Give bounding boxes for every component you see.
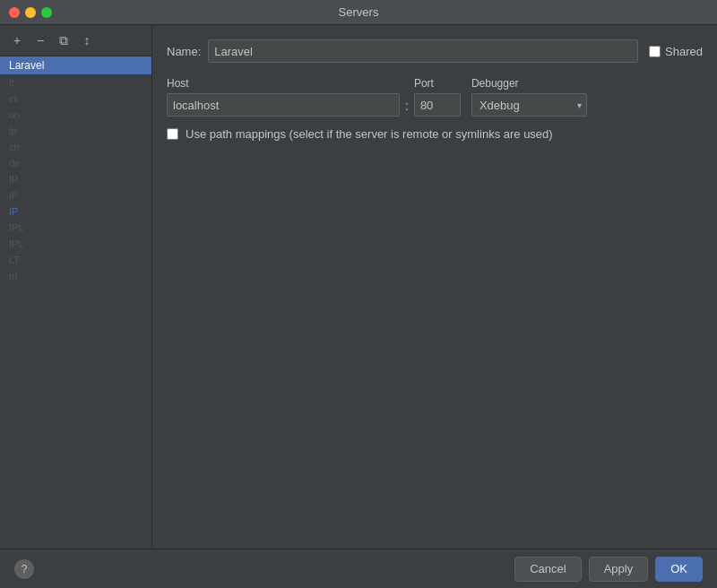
list-item[interactable]: IP (0, 171, 151, 187)
sidebar-toolbar: + − ⧉ ↕ (0, 25, 151, 56)
sidebar: + − ⧉ ↕ Laravel lt ck un lp ch de IP IP … (0, 25, 152, 549)
window-title: Servers (339, 5, 379, 19)
path-mappings-row: Use path mappings (select if the server … (167, 127, 703, 141)
footer: ? Cancel Apply OK (0, 549, 717, 588)
list-item[interactable]: lt (0, 74, 151, 91)
window-controls[interactable] (9, 7, 52, 18)
name-row: Name: Shared (167, 39, 703, 63)
title-bar: Servers (0, 0, 717, 25)
add-server-button[interactable]: + (7, 30, 27, 50)
host-group: Host (167, 77, 400, 117)
shared-label: Shared (665, 45, 703, 58)
colon-separator: : (400, 99, 414, 113)
remove-server-button[interactable]: − (30, 30, 50, 50)
list-item[interactable]: un (0, 107, 151, 123)
name-input[interactable] (208, 39, 638, 63)
debugger-group: Debugger Xdebug Zend Debugger ▾ (471, 77, 587, 117)
list-item[interactable]: IPL (0, 220, 151, 236)
list-item[interactable]: de (0, 155, 151, 171)
list-item[interactable]: IPL (0, 236, 151, 252)
list-item[interactable]: m (0, 268, 151, 284)
list-item[interactable]: LT (0, 252, 151, 268)
list-item[interactable]: IP (0, 203, 151, 220)
minimize-button[interactable] (25, 7, 36, 18)
list-item[interactable]: ch (0, 139, 151, 155)
list-item[interactable]: lp (0, 123, 151, 139)
list-item[interactable]: ck (0, 91, 151, 107)
path-mappings-label: Use path mappings (select if the server … (186, 127, 553, 141)
server-fields-row: Host : Port Debugger Xdebug Zend Debugge… (167, 77, 703, 117)
content-area: Name: Shared Host : Port Debugger (152, 25, 717, 549)
maximize-button[interactable] (41, 7, 52, 18)
shared-row: Shared (649, 45, 703, 58)
shared-checkbox[interactable] (649, 46, 661, 57)
port-label: Port (414, 77, 461, 90)
debugger-label: Debugger (471, 77, 587, 90)
close-button[interactable] (9, 7, 20, 18)
port-input[interactable] (414, 93, 461, 117)
host-input[interactable] (167, 93, 400, 117)
debugger-select-wrapper: Xdebug Zend Debugger ▾ (471, 93, 587, 117)
debugger-select[interactable]: Xdebug Zend Debugger (471, 93, 587, 117)
cancel-button[interactable]: Cancel (514, 557, 581, 582)
host-label: Host (167, 77, 400, 90)
apply-button[interactable]: Apply (589, 557, 649, 582)
port-group: Port (414, 77, 461, 117)
server-list: Laravel lt ck un lp ch de IP IP IP IPL I… (0, 56, 151, 549)
ok-button[interactable]: OK (655, 557, 703, 582)
path-mappings-checkbox[interactable] (167, 128, 178, 140)
name-label: Name: (167, 45, 201, 58)
move-server-button[interactable]: ↕ (77, 30, 97, 50)
copy-server-button[interactable]: ⧉ (54, 30, 73, 50)
main-container: + − ⧉ ↕ Laravel lt ck un lp ch de IP IP … (0, 25, 717, 549)
sidebar-item-laravel[interactable]: Laravel (0, 56, 151, 74)
help-button[interactable]: ? (14, 559, 34, 579)
list-item[interactable]: IP (0, 187, 151, 203)
